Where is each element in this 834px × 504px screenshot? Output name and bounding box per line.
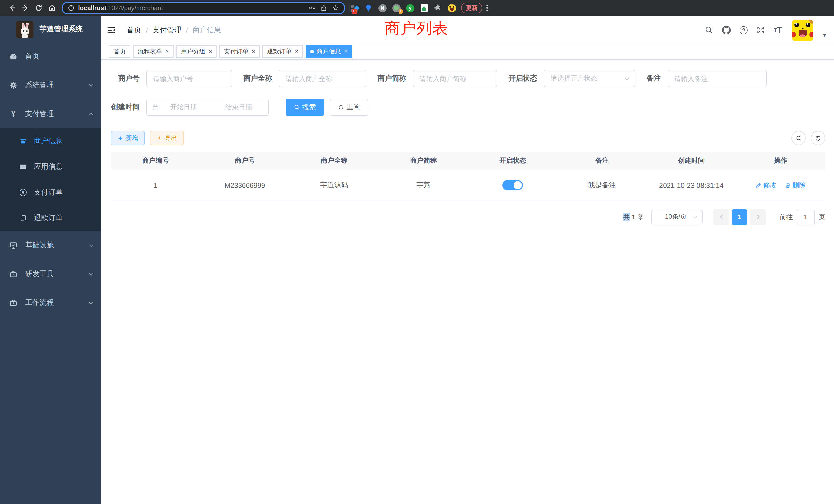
github-icon[interactable] xyxy=(722,26,731,35)
short-name-input[interactable] xyxy=(413,70,497,87)
navbar-actions: ? TT ▼ xyxy=(705,19,827,41)
cell-create-time: 2021-10-23 08:31:14 xyxy=(647,170,736,201)
full-name-input[interactable] xyxy=(279,70,366,87)
tab-close-icon[interactable]: × xyxy=(251,48,255,54)
user-avatar[interactable] xyxy=(792,19,813,41)
add-button-label: 新增 xyxy=(126,134,138,142)
browser-home-icon[interactable] xyxy=(45,1,59,15)
tab-close-icon[interactable]: × xyxy=(295,48,299,54)
breadcrumb-home[interactable]: 首页 xyxy=(127,25,141,35)
refresh-table-button[interactable] xyxy=(811,131,825,145)
extensions-area: 10 ⌘ 1 y xyxy=(350,4,456,12)
export-button[interactable]: 导出 xyxy=(150,131,184,145)
tab-home[interactable]: 首页 xyxy=(109,45,130,58)
browser-reload-icon[interactable] xyxy=(32,1,45,15)
status-toggle[interactable] xyxy=(503,180,523,190)
y-extension-icon[interactable]: y xyxy=(406,4,414,12)
avatar-caret-icon[interactable]: ▼ xyxy=(822,32,827,38)
browser-menu-icon[interactable] xyxy=(486,5,488,11)
extensions-puzzle-icon[interactable] xyxy=(434,4,442,12)
tab-merchant-info[interactable]: 商户信息× xyxy=(306,45,352,58)
reset-button[interactable]: 重置 xyxy=(330,98,368,116)
filter-row-2: 创建时间 开始日期 - 结束日期 搜索 重置 xyxy=(111,98,834,116)
add-button[interactable]: 新增 xyxy=(111,131,145,145)
sidebar-item-home[interactable]: 首页 xyxy=(0,42,101,71)
tab-label: 支付订单 xyxy=(224,47,248,56)
briefcase-icon xyxy=(9,270,18,278)
search-button[interactable]: 搜索 xyxy=(286,98,324,116)
goto-page-input[interactable] xyxy=(796,210,815,224)
tab-user-group[interactable]: 用户分组× xyxy=(176,45,217,58)
create-time-range-picker[interactable]: 开始日期 - 结束日期 xyxy=(146,98,269,116)
sidebar-item-infra[interactable]: 基础设施 xyxy=(0,231,101,260)
pin-extension-icon[interactable] xyxy=(364,4,373,12)
collapse-sidebar-icon[interactable] xyxy=(106,25,116,35)
main-area: 首页 / 支付管理 / 商户信息 商户列表 ? TT xyxy=(101,17,834,504)
column-header: 创建时间 xyxy=(647,152,736,170)
browser-forward-icon[interactable] xyxy=(19,1,32,15)
merchant-no-input[interactable] xyxy=(146,70,232,87)
tab-process-form[interactable]: 流程表单× xyxy=(133,45,174,58)
tab-label: 流程表单 xyxy=(138,47,162,56)
chevron-right-icon xyxy=(755,214,761,220)
sidebar-item-workflow[interactable]: 工作流程 xyxy=(0,289,101,317)
sidebar-item-merchant-info[interactable]: 商户信息 xyxy=(0,128,101,154)
sheet-extension-icon[interactable] xyxy=(420,4,428,12)
password-key-icon[interactable] xyxy=(309,5,315,11)
sidebar-item-app-info[interactable]: 应用信息 xyxy=(0,154,101,180)
chevron-up-icon xyxy=(88,111,94,117)
edit-link[interactable]: 修改 xyxy=(755,181,776,190)
breadcrumb: 首页 / 支付管理 / 商户信息 xyxy=(127,25,221,35)
remark-input[interactable] xyxy=(667,70,767,87)
header-search-icon[interactable] xyxy=(705,26,713,35)
sidebar-item-refund-order[interactable]: 退款订单 xyxy=(0,205,101,231)
site-info-icon[interactable] xyxy=(68,5,74,11)
pagination: 共 1 条 10条/页 1 前往 页 xyxy=(101,209,834,225)
tab-close-icon[interactable]: × xyxy=(344,48,348,54)
browser-update-button[interactable]: 更新 xyxy=(461,3,482,13)
status-select[interactable]: 请选择开启状态 xyxy=(544,70,635,87)
help-icon[interactable]: ? xyxy=(740,26,748,34)
breadcrumb-pay[interactable]: 支付管理 xyxy=(153,25,181,35)
fullscreen-icon[interactable] xyxy=(756,26,765,35)
font-size-icon[interactable]: TT xyxy=(774,25,782,35)
sidebar-item-system[interactable]: 系统管理 xyxy=(0,71,101,99)
cell-remark: 我是备注 xyxy=(557,170,647,201)
delete-link-label: 删除 xyxy=(792,181,806,190)
short-name-label: 商户简称 xyxy=(377,74,406,83)
page-number-1[interactable]: 1 xyxy=(732,209,747,225)
refresh-icon xyxy=(338,104,344,110)
address-bar[interactable]: localhost:1024/pay/merchant xyxy=(62,2,345,14)
refresh-icon xyxy=(815,135,821,141)
gear-icon xyxy=(9,81,18,89)
tab-close-icon[interactable]: × xyxy=(208,48,212,54)
search-icon xyxy=(294,104,300,110)
sidebar-item-pay-order[interactable]: ¥ 支付订单 xyxy=(0,180,101,205)
reset-button-label: 重置 xyxy=(347,102,360,112)
tampermonkey-extension-icon[interactable]: 10 xyxy=(350,4,359,12)
share-icon[interactable] xyxy=(321,5,327,11)
emoji-extension-icon[interactable] xyxy=(447,4,456,12)
bookmark-star-icon[interactable] xyxy=(332,5,339,11)
calendar-icon xyxy=(152,104,159,111)
prev-page-button[interactable] xyxy=(713,209,729,225)
column-header: 备注 xyxy=(557,152,647,170)
proxy-extension-icon[interactable]: 1 xyxy=(392,4,400,12)
sidebar-item-devtools[interactable]: 研发工具 xyxy=(0,260,101,289)
tab-pay-order[interactable]: 支付订单× xyxy=(219,45,260,58)
column-header: 操作 xyxy=(736,152,825,170)
tab-close-icon[interactable]: × xyxy=(166,48,169,54)
command-extension-icon[interactable]: ⌘ xyxy=(378,4,387,12)
chevron-down-icon xyxy=(693,214,698,220)
sidebar-item-pay[interactable]: ¥ 支付管理 xyxy=(0,99,101,128)
next-page-button[interactable] xyxy=(750,209,766,225)
page-size-select[interactable]: 10条/页 xyxy=(651,210,703,224)
tab-label: 退款订单 xyxy=(267,47,292,56)
browser-back-icon[interactable] xyxy=(5,1,19,15)
app-logo-row[interactable]: 芋道管理系统 xyxy=(0,17,101,42)
tab-refund-order[interactable]: 退款订单× xyxy=(262,45,303,58)
delete-link[interactable]: 删除 xyxy=(785,181,806,190)
sidebar-item-label: 支付订单 xyxy=(34,188,63,197)
filter-row-1: 商户号 商户全称 商户简称 开启状态 请选择开启状态 xyxy=(111,70,834,87)
toggle-search-button[interactable] xyxy=(791,131,806,145)
